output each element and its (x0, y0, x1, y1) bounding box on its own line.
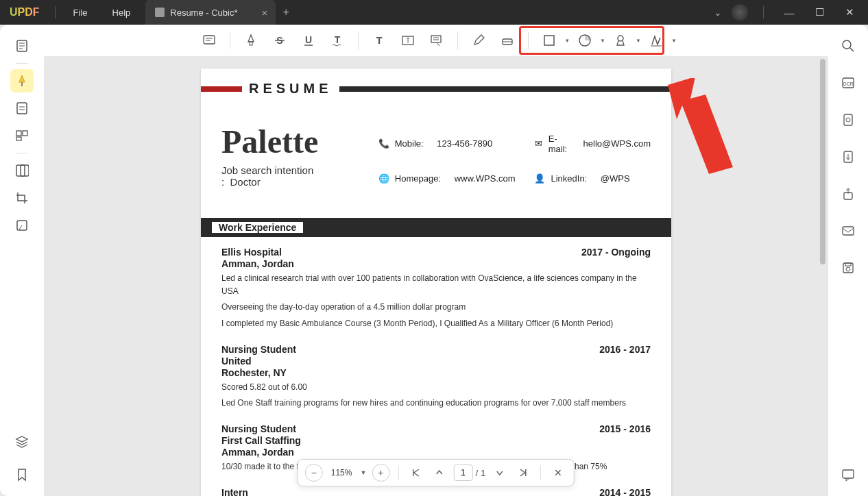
svg-rect-4 (21, 82, 23, 86)
divider (16, 63, 27, 64)
header-line (339, 86, 671, 92)
job-intention: Job search intention : Doctor (221, 164, 351, 188)
strikethrough-tool[interactable]: S (266, 29, 293, 52)
comment-tool[interactable] (10, 69, 34, 92)
tab-title: Resume - Cubic* (170, 8, 237, 18)
chevron-down-icon: ▼ (671, 38, 677, 44)
svg-rect-37 (431, 36, 441, 42)
email-icon[interactable] (836, 219, 860, 243)
crop-tool[interactable] (10, 186, 34, 210)
convert-icon[interactable] (836, 108, 860, 132)
chevron-down-icon[interactable]: ⌄ (714, 7, 722, 18)
page-input[interactable] (453, 464, 472, 481)
squiggly-tool[interactable]: T (324, 29, 351, 52)
left-sidebar (0, 25, 44, 496)
annotation-toolbar: S U T T T ▼ ▼ ▼ ▼ (44, 25, 828, 56)
redact-tool[interactable] (10, 214, 34, 237)
job-entry: Ellis Hospital2017 - OngoingAmman, Jorda… (201, 237, 671, 334)
divider (398, 465, 398, 480)
comments-panel-icon[interactable] (836, 463, 860, 486)
eraser-tool[interactable] (494, 29, 521, 52)
title-bar: UPDF File Help Resume - Cubic* × + ⌄ — ☐… (0, 0, 868, 25)
divider (457, 32, 458, 49)
menu-help[interactable]: Help (100, 8, 143, 18)
save-icon[interactable] (836, 256, 860, 280)
document-icon (155, 8, 165, 17)
pdf-page: RESUME Palette Job search intention : Do… (201, 69, 671, 496)
zoom-value: 115% (328, 468, 355, 478)
close-icon[interactable]: × (262, 7, 268, 18)
svg-rect-20 (843, 227, 854, 235)
search-icon[interactable] (836, 34, 860, 58)
linkedin-icon: 👤 (534, 173, 545, 184)
callout-tool[interactable] (423, 29, 450, 52)
reader-tool[interactable] (10, 34, 34, 58)
svg-text:T: T (406, 37, 410, 45)
page-indicator: / 1 (453, 464, 485, 481)
app-logo: UPDF (0, 6, 49, 18)
divider (358, 32, 359, 49)
text-tool[interactable]: T (365, 29, 393, 52)
divider (540, 465, 541, 480)
svg-rect-7 (23, 131, 27, 136)
svg-rect-24 (843, 470, 854, 478)
resume-name: Palette (221, 123, 351, 160)
svg-point-12 (843, 40, 851, 49)
menu-file[interactable]: File (61, 8, 100, 18)
svg-rect-28 (250, 42, 252, 45)
layers-icon[interactable] (10, 430, 34, 454)
form-tool[interactable] (10, 159, 34, 182)
svg-rect-16 (844, 114, 852, 125)
underline-tool[interactable]: U (295, 29, 322, 52)
svg-point-17 (846, 118, 850, 122)
pencil-tool[interactable] (465, 29, 492, 52)
titlebar-right: ⌄ — ☐ ✕ (714, 4, 868, 21)
email-icon: ✉ (534, 138, 542, 149)
header-accent (201, 86, 242, 92)
job-entry: Nursing Student2016 - 2017UnitedRocheste… (201, 334, 671, 414)
scrollbar[interactable] (820, 59, 825, 493)
document-viewport[interactable]: RESUME Palette Job search intention : Do… (44, 56, 828, 496)
edit-tool[interactable] (10, 97, 34, 120)
divider (230, 32, 230, 49)
close-controls-button[interactable]: ✕ (549, 464, 567, 482)
zoom-out-button[interactable]: − (305, 464, 323, 482)
maximize-button[interactable]: ☐ (809, 6, 830, 18)
note-tool[interactable] (195, 29, 223, 52)
section-header: Work Experience (201, 218, 671, 237)
share-icon[interactable] (836, 182, 860, 206)
resume-header: RESUME (242, 81, 339, 97)
close-window-button[interactable]: ✕ (839, 6, 860, 18)
svg-point-22 (846, 267, 850, 271)
svg-line-13 (850, 48, 854, 51)
first-page-button[interactable] (407, 464, 424, 482)
svg-rect-25 (204, 36, 215, 44)
page-controls: − 115% ▼ + / 1 ✕ (298, 459, 575, 486)
svg-rect-8 (16, 137, 21, 140)
tab-active[interactable]: Resume - Cubic* × (145, 0, 276, 25)
page-tool[interactable] (10, 124, 34, 147)
prev-page-button[interactable] (430, 464, 448, 482)
divider (763, 6, 764, 18)
right-sidebar: OCR (828, 25, 868, 496)
zoom-in-button[interactable]: + (372, 464, 389, 482)
next-page-button[interactable] (491, 464, 509, 482)
phone-icon: 📞 (378, 138, 389, 149)
svg-text:T: T (376, 34, 383, 46)
contact-grid: 📞Mobile: 123-456-7890 ✉E-mail: hello@WPS… (378, 129, 651, 188)
textbox-tool[interactable]: T (394, 29, 422, 52)
ocr-icon[interactable]: OCR (836, 71, 860, 95)
chevron-down-icon[interactable]: ▼ (360, 469, 366, 476)
last-page-button[interactable] (514, 464, 532, 482)
avatar[interactable] (732, 4, 748, 21)
tab-add-button[interactable]: + (276, 6, 296, 18)
highlight-tool[interactable] (237, 29, 265, 52)
compress-icon[interactable] (836, 145, 860, 169)
minimize-button[interactable]: — (779, 7, 799, 18)
highlight-box-annotation (519, 26, 664, 55)
bookmark-icon[interactable] (10, 463, 34, 486)
svg-text:T: T (335, 34, 341, 45)
svg-text:U: U (305, 34, 312, 45)
svg-text:OCR: OCR (843, 82, 854, 86)
svg-rect-6 (16, 131, 21, 136)
